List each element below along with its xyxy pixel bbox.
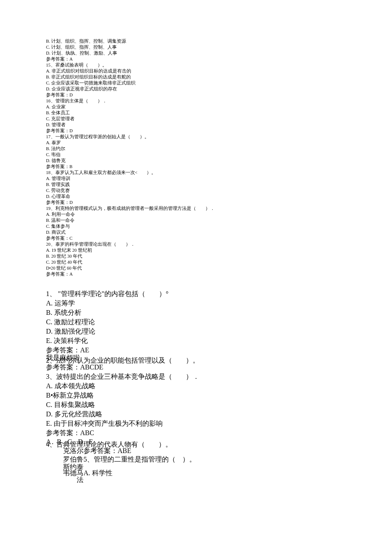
- overlapping-text-block: A. B. C. D. E. 4、古典管理理论的代表人物有（ ）。 克洛尔 参考…: [46, 439, 347, 486]
- q19-option-d: D. 商议式: [46, 230, 347, 235]
- q17-option-d: D. 德鲁克: [46, 158, 347, 164]
- q16-option-b: B. 全体员工: [46, 110, 347, 116]
- q15-stem: 15、霍桑试验表明（ ）。: [46, 62, 347, 68]
- mq1-answer: 参考答案：AE: [46, 346, 347, 355]
- mq1-stem: 1、 "管理科学理论"的内容包括（ ）°: [46, 289, 347, 299]
- mq3-answer: 参考答案：ABC: [46, 428, 347, 438]
- mq3-stem: 3、波特提出的企业三种基本竞争战略是（ ）．: [46, 372, 347, 381]
- q15-answer: 参考答案：D: [46, 92, 347, 98]
- q19-option-c: C. 集体参与: [46, 224, 347, 230]
- q17-option-c: C. 韦伯: [46, 152, 347, 158]
- q16-option-a: A. 企业家: [46, 104, 347, 110]
- q14-answer: 参考答案：A: [46, 56, 347, 62]
- q17-option-b: B. 法约尔: [46, 146, 347, 152]
- q16-option-c: C. 充层管理者: [46, 116, 347, 122]
- overlap-name-1: 克洛尔: [63, 446, 84, 456]
- q14-option-b: B. 计划、组织、指挥、控制、调集资源: [46, 38, 347, 44]
- mq3-option-c: C. 目标集聚战略: [46, 400, 347, 410]
- mq4-answer: 参考答案：ABE: [84, 446, 131, 456]
- q19-stem: 19、利克特的管理模式认为，极有成就的管理者一般采用的管理方法是（ ）．: [46, 206, 347, 212]
- mq3-option-a: A. 成本领先战略: [46, 381, 347, 391]
- q18-option-c: C. 劳动竞赛: [46, 188, 347, 194]
- q20-option-a: A. 19 世纪末 20 世纪初: [46, 247, 347, 253]
- mq5-stem: 5、管理的二重性是指管理的（ ）。: [84, 455, 196, 464]
- q20-option-c: C. 20 世纪 40 年代: [46, 259, 347, 265]
- q15-option-c: C. 企业应该采取一切措施来取缔非正式组织: [46, 80, 347, 86]
- q16-stem: 16、管理的主体是（ ）．: [46, 98, 347, 104]
- mq2-stem: 2、法约尔认为企业的职能包括管理以及（ ）。: [46, 356, 199, 365]
- q15-option-d: D. 企业应该正视非正式组织的存在: [46, 86, 347, 92]
- q18-answer: 参考答案：D: [46, 200, 347, 206]
- q18-option-b: B. 管理实践: [46, 182, 347, 188]
- mq3-option-b: B•标新立异战略: [46, 391, 347, 400]
- q20-stem: 20、泰罗的科学管理理论出现在（ ）．: [46, 241, 347, 247]
- mq1-option-a: A. 运筹学: [46, 299, 347, 308]
- q15-option-a: A. 非正式组织对组织目标的达成是有击的: [46, 68, 347, 74]
- q17-option-a: A. 泰罗: [46, 140, 347, 146]
- mq1-option-b: B. 系统分析: [46, 308, 347, 317]
- q14-option-c: C. 计划、组织、指挥、控制、人事: [46, 44, 347, 50]
- q20-option-d: D•20 世纪 60 年代: [46, 265, 347, 271]
- q20-option-b: B. 20 世纪 30 年代: [46, 253, 347, 259]
- mq1-option-c: C. 激励过程理论: [46, 317, 347, 327]
- q19-option-a: A. 利用一命令: [46, 212, 347, 218]
- q16-option-d: D. 管理者: [46, 122, 347, 128]
- small-text-section: B. 计划、组织、指挥、控制、调集资源 C. 计划、组织、指挥、控制、人事 D.…: [46, 38, 347, 277]
- q14-option-d: D. 计划、纨纨、控制、激励、人事: [46, 50, 347, 56]
- mq1-option-d: D. 激励强化理论: [46, 327, 347, 336]
- q18-option-a: A. 管理培训: [46, 176, 347, 182]
- q19-answer: 参考答案：C: [46, 235, 347, 241]
- mq5-option-a: A. 科学性: [84, 468, 112, 478]
- q18-stem: 18、泰罗认为工人和雇主双方都必须来一次< ）。: [46, 170, 347, 176]
- mq3-option-e: E. 由于目标冲突而产生极为不利的影响: [46, 419, 347, 428]
- q17-answer: 参考答案：B: [46, 164, 347, 170]
- mq1-option-e: E. 决策科学化: [46, 336, 347, 346]
- q19-option-b: B. 温和一命令: [46, 218, 347, 224]
- large-text-section: 1、 "管理科学理论"的内容包括（ ）° A. 运筹学 B. 系统分析 C. 激…: [46, 289, 347, 486]
- mq2-stem-line: 我是麻烦啦 2、法约尔认为企业的职能包括管理以及（ ）。: [46, 355, 347, 363]
- q20-answer: 参考答案：A: [46, 271, 347, 277]
- q18-option-d: D. 心理革命: [46, 194, 347, 200]
- mq3-option-d: D. 多元化经营战略: [46, 410, 347, 419]
- q16-answer: 参考答案：D: [46, 128, 347, 134]
- q17-stem: 17、一般认为管理过程学派的创始人是（ ）。: [46, 134, 347, 140]
- overlap-tail: 法: [77, 475, 84, 485]
- q15-option-b: B. 非正式组织对组织目标的达成是有舵的: [46, 74, 347, 80]
